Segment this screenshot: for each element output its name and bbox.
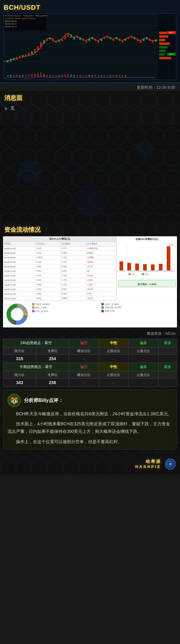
svg-rect-7 [159, 32, 167, 34]
table-row: 20:00-21:00 2.9亿 5.4亿 4.7亿 [3, 292, 116, 296]
mid-subh-1: 阻力位 [3, 371, 36, 379]
svg-rect-81 [43, 74, 45, 77]
svg-rect-12 [159, 50, 166, 52]
short-bull: 偏多 [129, 339, 158, 347]
news-item-1: ➤ 无 [4, 105, 176, 112]
svg-rect-91 [74, 75, 75, 77]
svg-rect-8 [159, 35, 168, 38]
svg-rect-104 [113, 75, 114, 77]
svg-rect-37 [61, 38, 63, 41]
svg-rect-92 [77, 75, 78, 77]
news-section-title: 消息面 [4, 94, 22, 102]
table-row: 02:00-03:00 2.0亿 1.9亿 0.04亿 [3, 251, 116, 255]
svg-text:ADA: ADA [163, 270, 167, 272]
news-items: ➤ 无 [0, 105, 180, 123]
svg-point-119 [18, 159, 42, 183]
svg-text:ETH: ETH [132, 270, 135, 272]
svg-rect-100 [100, 75, 102, 77]
svg-text:O 318.96 H 325.86 L 315.73 C 3: O 318.96 H 325.86 L 315.73 C 316.21 [5, 18, 36, 19]
svg-rect-63 [140, 40, 141, 43]
svg-rect-98 [94, 75, 96, 77]
update-time: 更新时间：12-26 9:00 [0, 83, 180, 91]
svg-rect-89 [67, 74, 69, 77]
svg-rect-58 [125, 38, 126, 41]
svg-rect-29 [37, 46, 39, 50]
legend-item-4: 主流小盘_12.42% [101, 306, 170, 309]
svg-rect-73 [19, 75, 21, 77]
svg-rect-80 [40, 72, 42, 77]
svg-rect-84 [52, 75, 54, 77]
svg-rect-88 [64, 74, 66, 77]
mid-val-stoploss: – [99, 379, 128, 387]
analyst-avatar: 🐯 [8, 394, 21, 407]
svg-rect-30 [40, 42, 42, 47]
svg-rect-57 [122, 40, 123, 43]
svg-rect-135 [135, 264, 139, 271]
mid-val-resistance: 343 [3, 379, 36, 387]
svg-point-120 [136, 141, 154, 159]
svg-rect-25 [25, 54, 27, 57]
svg-rect-59 [128, 37, 129, 39]
svg-rect-90 [70, 74, 72, 77]
data-source: 数据来源：AiCoin [0, 330, 180, 339]
chart-placeholder: 433.1 315.2 [4, 13, 176, 80]
svg-rect-68 [155, 39, 156, 41]
short-bear: 偏空 [69, 339, 99, 347]
svg-rect-72 [16, 75, 18, 77]
svg-rect-75 [25, 75, 27, 77]
svg-rect-60 [131, 36, 132, 38]
svg-rect-101 [103, 75, 105, 77]
svg-rect-78 [34, 74, 36, 77]
svg-point-121 [76, 186, 106, 217]
table-row: 06:00-07:00 2.1亿 1.7亿 -0.4亿 [3, 260, 116, 264]
analyst-box: 🐯 分析师Billy点评： BCH昨天至今略微反弹，当前价格在316美元附近，2… [3, 390, 177, 450]
mid-subh-3: 建议点位 [69, 371, 99, 379]
short-subheader-row: 阻力位 支撑位 建议点位 止损点位 止盈点位 [3, 347, 177, 355]
svg-rect-31 [43, 40, 45, 44]
hex-bg-decoration1 [0, 126, 180, 223]
capital-title: 资金流动情况 [0, 223, 180, 236]
svg-rect-107 [122, 75, 123, 77]
subh-6 [158, 347, 177, 355]
svg-rect-87 [61, 75, 63, 77]
subh-4: 止损点位 [99, 347, 128, 355]
mid-val-takeprofit: – [129, 379, 158, 387]
mid-more-bull: 看多 [158, 363, 177, 371]
footer: 哈希派 HASHPIE H [0, 453, 180, 474]
capital-bar-chart: 近期24h净增统计(亿) BTC ETH 主流大盘 主流小盘 BNB [116, 236, 177, 301]
svg-rect-102 [106, 75, 108, 77]
svg-point-151 [11, 308, 23, 321]
mid-term-label: 中期趋势观点：看空 [3, 363, 69, 371]
svg-rect-35 [55, 41, 57, 43]
svg-rect-40 [70, 35, 72, 38]
footer-logo-english: HASHPIE [135, 464, 161, 469]
svg-rect-21 [13, 58, 15, 60]
svg-rect-9 [159, 39, 165, 41]
mid-val-suggest: – [69, 379, 99, 387]
trend-table-container: 24h趋势观点：看空 偏空 中性 偏多 看多 阻力位 支撑位 建议点位 止损点位… [3, 339, 177, 387]
svg-rect-50 [100, 38, 102, 41]
svg-rect-95 [86, 75, 87, 77]
svg-rect-103 [110, 75, 111, 77]
analyst-paragraph-3: 操作上，在这个位置可以做部分空单，但是不要高杠杆。 [8, 438, 172, 446]
news-section: 消息面 ➤ 无 [0, 91, 180, 126]
mid-term-header-row: 中期趋势观点：看空 偏空 中性 偏多 看多 [3, 363, 177, 371]
svg-rect-38 [64, 36, 66, 39]
svg-rect-79 [37, 73, 39, 77]
svg-rect-56 [119, 38, 120, 41]
svg-text:主流大盘: 主流大盘 [137, 271, 142, 272]
svg-rect-28 [34, 49, 36, 53]
col-net: 主力净流入 [86, 242, 116, 246]
svg-text:主流小盘: 主流小盘 [146, 271, 151, 272]
table-row: 12:00-13:00 4.1亿 4.7亿 -0.1亿 [3, 274, 116, 278]
svg-rect-93 [80, 75, 81, 77]
val-resistance: 315 [3, 355, 36, 363]
bar-chart-title: 近期24h净增统计(亿) [118, 237, 176, 241]
svg-rect-20 [10, 59, 11, 62]
svg-text:315.2: 315.2 [169, 53, 174, 55]
svg-rect-141 [129, 274, 130, 275]
svg-rect-97 [91, 75, 93, 77]
svg-rect-14 [159, 57, 171, 59]
svg-rect-136 [143, 264, 147, 271]
svg-rect-52 [106, 36, 108, 38]
